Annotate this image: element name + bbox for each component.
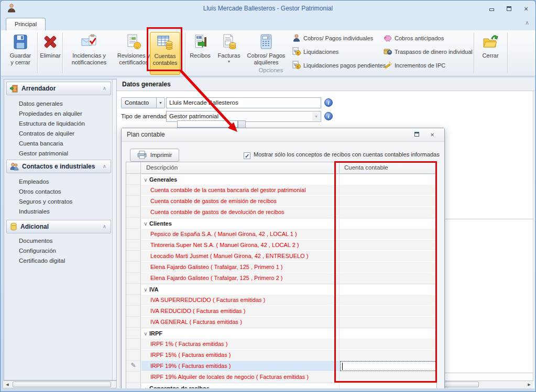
- money-transfer-link[interactable]: Traspasos de dinero individual: [384, 47, 473, 58]
- checkbox-checked-icon[interactable]: ✓: [244, 152, 250, 159]
- sidebar-section-arrendador[interactable]: Arrendador ∧: [6, 82, 111, 95]
- pending-liquidations-link[interactable]: V€Liquidaciones pagos pendientes: [292, 61, 386, 71]
- delete-button[interactable]: Eliminar: [39, 32, 62, 75]
- contact-name-field[interactable]: Lluis Mercade Ballesteros: [166, 97, 321, 108]
- annotation-box-button: [147, 27, 182, 71]
- table-row[interactable]: Cuenta contable de gastos de devolución …: [126, 207, 436, 218]
- filter-checkbox-label: Mostrar sólo los conceptos de recibos co…: [254, 151, 440, 158]
- calculator-icon: 8: [244, 33, 288, 51]
- table-row[interactable]: IVA REDUCIDO ( Facturas emitidas ): [126, 306, 436, 317]
- save-close-button[interactable]: Guardar y cerrar: [5, 32, 36, 75]
- liquidations-link[interactable]: V€Liquidaciones: [292, 47, 338, 58]
- table-row[interactable]: Tintoreria Super Net S.A. ( Manuel Giron…: [126, 240, 436, 251]
- sidebar: Arrendador ∧ Datos generales Propiedades…: [4, 79, 117, 380]
- column-header-cuenta-contable[interactable]: Cuenta contable: [344, 162, 388, 173]
- table-row[interactable]: Cuenta contable de la cuenta bancaria de…: [126, 185, 436, 196]
- database-icon: [10, 222, 17, 231]
- sidebar-item-estructura[interactable]: Estructura de liquidación: [19, 119, 111, 129]
- sidebar-item-seguros[interactable]: Seguros y contratos: [19, 197, 111, 207]
- receipts-button[interactable]: T Recibos: [187, 32, 214, 75]
- invoices-dropdown-icon[interactable]: ▼: [215, 60, 243, 63]
- sidebar-horizontal-scrollbar[interactable]: ◀: [3, 380, 117, 388]
- ribbon-group-label: Opciones: [239, 67, 302, 73]
- table-row[interactable]: IRPF 19% Alquiler de locales de negocio …: [126, 372, 436, 383]
- table-row[interactable]: Cuenta contable de gastos de emisión de …: [126, 196, 436, 207]
- sidebar-item-documentos[interactable]: Documentos: [19, 236, 111, 246]
- sidebar-item-propiedades[interactable]: Propiedades en alquiler: [19, 109, 111, 119]
- info-icon[interactable]: i: [324, 98, 333, 107]
- svg-text:8: 8: [267, 36, 269, 39]
- group-row-irpf[interactable]: ∨IRPF: [126, 328, 436, 339]
- chevron-down-icon[interactable]: ▼: [156, 98, 165, 108]
- table-row[interactable]: Elena Fajardo Galisteo ( Trafalgar, 125 …: [126, 273, 436, 284]
- filter-checkbox-row[interactable]: ✓Mostrar sólo los conceptos de recibos c…: [244, 151, 440, 159]
- group-row-iva[interactable]: ∨IVA: [126, 284, 436, 295]
- application-window: Lluis Mercade Ballesteros - Gestor Patri…: [0, 0, 536, 392]
- group-row-generales[interactable]: ∨Generales: [126, 174, 436, 185]
- dialog-close-button[interactable]: ×: [428, 131, 437, 139]
- invoices-button[interactable]: Facturas ▼: [215, 32, 243, 75]
- incidents-notifications-button[interactable]: Incidencias y notificaciones: [64, 32, 114, 75]
- table-row[interactable]: Pepsico de España S.A. ( Manuel Girona, …: [126, 229, 436, 240]
- info-icon[interactable]: i: [324, 112, 333, 120]
- table-header: Descripción Cuenta contable: [126, 162, 436, 174]
- dialog-restore-button[interactable]: [412, 131, 421, 139]
- account-code-editor[interactable]: [340, 361, 436, 371]
- collapse-caret-icon[interactable]: ∧: [103, 220, 106, 233]
- restore-button[interactable]: [502, 5, 515, 13]
- scroll-left-icon[interactable]: ◀: [4, 382, 11, 387]
- receipt-icon: T: [187, 33, 214, 51]
- sidebar-item-contratos[interactable]: Contratos de alquiler: [19, 129, 111, 139]
- table-row[interactable]: IRPF 1% ( Facturas emitidas ): [126, 339, 436, 350]
- panel-divider: [444, 373, 533, 373]
- sidebar-item-certificado[interactable]: Certificado digital: [19, 256, 111, 266]
- sidebar-item-cuenta-bancaria[interactable]: Cuenta bancaria: [19, 139, 111, 149]
- group-row-clientes[interactable]: ∨Clientes: [126, 218, 436, 229]
- delete-x-icon: [39, 33, 62, 51]
- collapse-caret-icon[interactable]: ∧: [103, 160, 106, 173]
- sidebar-item-industriales[interactable]: Industriales: [19, 207, 111, 217]
- ribbon-collapse-icon[interactable]: ∧: [525, 19, 529, 26]
- window-title: Lluis Mercade Ballesteros - Gestor Patri…: [1, 5, 535, 12]
- sidebar-item-gestor-patrimonial[interactable]: Gestor patrimonial: [19, 149, 111, 159]
- table-row-selected[interactable]: ✎ IRPF 19% ( Facturas emitidas ): [126, 361, 436, 372]
- column-header-descripcion[interactable]: Descripción: [146, 162, 178, 173]
- close-button[interactable]: ×: [520, 5, 532, 13]
- table-row[interactable]: Leocadio Marti Jusmet ( Manuel Girona, 4…: [126, 251, 436, 262]
- ipc-increment-link[interactable]: Incrementos de IPC: [384, 61, 445, 71]
- people-icon: [10, 162, 19, 171]
- minimize-button[interactable]: [485, 5, 498, 13]
- sidebar-item-configuracion[interactable]: Configuración: [19, 246, 111, 256]
- scroll-right-icon[interactable]: ▶: [526, 382, 533, 387]
- sidebar-vertical-scrollbar[interactable]: [112, 80, 116, 380]
- page-title: Datos generales: [117, 78, 534, 91]
- table-row[interactable]: IVA SUPERREDUCIDO ( Facturas emitidas ): [126, 295, 436, 306]
- print-button[interactable]: Imprimir: [130, 149, 179, 162]
- individual-payments-link[interactable]: Cobros/ Pagos individuales: [292, 33, 373, 44]
- advance-collections-link[interactable]: Cobros anticipados: [384, 33, 444, 44]
- sidebar-section-adicional[interactable]: Adicional ∧: [6, 220, 111, 233]
- sidebar-item-otros-contactos[interactable]: Otros contactos: [19, 187, 111, 197]
- main-horizontal-scrollbar[interactable]: ▶: [443, 380, 533, 388]
- window-bottom-frame: [1, 388, 535, 392]
- sidebar-section-contactos[interactable]: Contactos e industriales ∧: [6, 160, 111, 173]
- scrollbar-thumb[interactable]: [13, 382, 111, 387]
- table-row[interactable]: Elena Fajardo Galisteo ( Trafalgar, 125 …: [126, 262, 436, 273]
- invoice-icon: [215, 33, 243, 51]
- close-folder-icon: [476, 33, 505, 51]
- table-row[interactable]: IRPF 15% ( Facturas emitidas ): [126, 350, 436, 361]
- sidebar-item-empleados[interactable]: Empleados: [19, 177, 111, 187]
- scrollbar-thumb[interactable]: [444, 382, 479, 387]
- sidebar-item-datos-generales[interactable]: Datos generales: [19, 99, 111, 109]
- contact-selector-button[interactable]: Contacto ▼: [121, 97, 165, 108]
- money-transfer-icon: [384, 47, 392, 55]
- close-form-button[interactable]: Cerrar: [476, 32, 505, 75]
- collapse-caret-icon[interactable]: ∧: [103, 82, 106, 95]
- dialog-title-bar: Plan contable ×: [122, 128, 444, 142]
- tab-principal[interactable]: Principal: [6, 18, 46, 30]
- panel-divider: [444, 219, 533, 219]
- magic-wand-icon: [384, 61, 392, 69]
- hidden-field-partial[interactable]: [177, 120, 238, 128]
- table-row[interactable]: IVA GENERAL ( Facturas emitidas ): [126, 317, 436, 328]
- table-body: ∨Generales Cuenta contable de la cuenta …: [126, 174, 436, 392]
